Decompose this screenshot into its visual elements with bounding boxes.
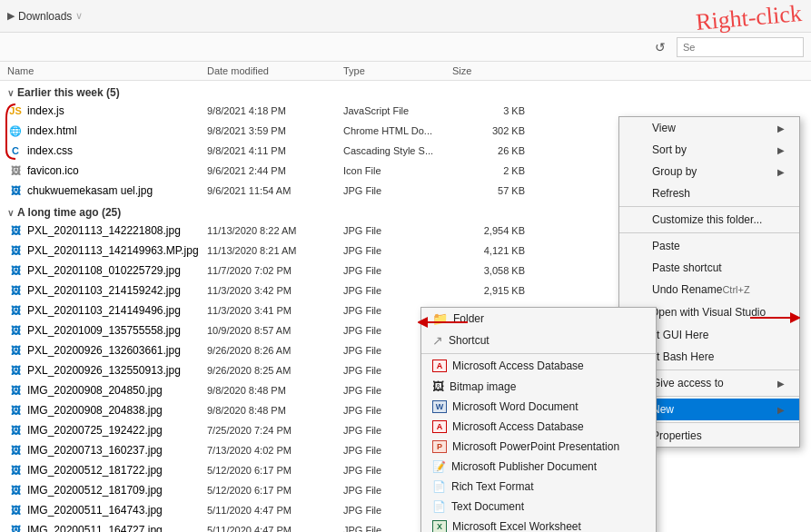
ctx-item[interactable]: Paste shortcut bbox=[619, 257, 799, 279]
file-name: index.html bbox=[27, 124, 77, 137]
ctx-item-row: Paste shortcut bbox=[634, 261, 722, 274]
sub-ctx-item[interactable]: 📄Rich Text Format bbox=[421, 477, 656, 497]
file-size: 4,121 KB bbox=[452, 245, 525, 256]
file-type: Cascading Style S... bbox=[343, 145, 452, 156]
file-name-cell: 🖼 IMG_20200511_164727.jpg bbox=[7, 522, 207, 532]
file-name: favicon.ico bbox=[27, 164, 79, 177]
sub-ctx-item[interactable]: 📁Folder bbox=[421, 308, 656, 330]
file-date: 9/8/2020 8:48 PM bbox=[207, 385, 343, 396]
file-icon: 🖼 bbox=[7, 322, 24, 339]
sub-ctx-item-label: Rich Text Format bbox=[451, 480, 533, 493]
ctx-item-label: Sort by bbox=[652, 143, 687, 156]
file-row[interactable]: 🖼 IMG_20200512_181722.jpg 5/12/2020 6:17… bbox=[0, 460, 811, 480]
file-name: PXL_20201108_010225729.jpg bbox=[27, 264, 181, 277]
excel-icon: X bbox=[432, 520, 447, 532]
file-size: 2,915 KB bbox=[452, 285, 525, 296]
file-name-cell: 🖼 PXL_20201108_010225729.jpg bbox=[7, 262, 207, 279]
submenu-arrow-icon: ▶ bbox=[777, 123, 785, 133]
ctx-item[interactable]: Refresh bbox=[619, 182, 799, 204]
sub-ctx-item-label: Microsoft Excel Worksheet bbox=[452, 520, 581, 532]
ctx-item[interactable]: Group by▶ bbox=[619, 161, 799, 182]
file-icon: 🖼 bbox=[7, 422, 24, 438]
file-name-cell: 🖼 PXL_20201103_214149496.jpg bbox=[7, 302, 207, 319]
shortcut-icon: ↗ bbox=[432, 333, 443, 348]
sub-ctx-item-label: Bitmap image bbox=[450, 380, 516, 393]
ctx-item-row: Sort by bbox=[634, 143, 687, 156]
file-type: JPG File bbox=[343, 285, 452, 296]
file-row[interactable]: 🖼 IMG_20200512_181709.jpg 5/12/2020 6:17… bbox=[0, 480, 811, 500]
sub-ctx-item[interactable]: AMicrosoft Access Database bbox=[421, 356, 656, 376]
sub-ctx-item[interactable]: AMicrosoft Access Database bbox=[421, 417, 656, 437]
ctx-separator bbox=[619, 232, 799, 233]
file-name-cell: 🖼 favicon.ico bbox=[7, 163, 207, 179]
sub-ctx-separator bbox=[421, 353, 656, 354]
ctx-item-label: Open with Visual Studio bbox=[650, 306, 766, 319]
ctx-item[interactable]: Sort by▶ bbox=[619, 139, 799, 161]
file-date: 10/9/2020 8:57 AM bbox=[207, 325, 343, 336]
ctx-item[interactable]: Customize this folder... bbox=[619, 209, 799, 231]
sub-ctx-item[interactable]: ↗Shortcut bbox=[421, 330, 656, 351]
column-headers: Name Date modified Type Size bbox=[0, 62, 811, 81]
file-icon: 🖼 bbox=[7, 163, 24, 179]
ctx-item[interactable]: Undo RenameCtrl+Z bbox=[619, 279, 799, 300]
sub-ctx-item[interactable]: PMicrosoft PowerPoint Presentation bbox=[421, 437, 656, 457]
ctx-shortcut: Ctrl+Z bbox=[722, 284, 749, 295]
sub-ctx-item[interactable]: 📝Microsoft Publisher Document bbox=[421, 457, 656, 477]
col-header-date[interactable]: Date modified bbox=[207, 65, 343, 76]
file-name-cell: 🖼 PXL_20201113_142149963.MP.jpg bbox=[7, 242, 207, 259]
sub-ctx-item-label: Shortcut bbox=[449, 334, 490, 347]
file-row[interactable]: 🖼 IMG_20200511_164743.jpg 5/11/2020 4:47… bbox=[0, 500, 811, 520]
file-explorer-window: Right-click ▶ Downloads ∨ ↺ Name Date mo… bbox=[0, 0, 811, 532]
file-name-cell: 🖼 IMG_20200512_181722.jpg bbox=[7, 462, 207, 478]
file-name: PXL_20201113_142149963.MP.jpg bbox=[27, 244, 199, 257]
file-icon: 🖼 bbox=[7, 222, 24, 239]
pub-icon: 📝 bbox=[432, 460, 446, 473]
file-row[interactable]: 🖼 IMG_20200511_164727.jpg 5/11/2020 4:47… bbox=[0, 520, 811, 532]
sub-ctx-item-label: Microsoft Publisher Document bbox=[451, 460, 597, 473]
file-date: 11/3/2020 3:41 PM bbox=[207, 305, 343, 316]
ctx-item-label: Group by bbox=[652, 165, 697, 178]
ctx-item-label: Give access to bbox=[652, 377, 724, 389]
file-icon: 🖼 bbox=[7, 362, 24, 379]
file-date: 11/13/2020 8:22 AM bbox=[207, 225, 343, 236]
file-date: 9/6/2021 11:54 AM bbox=[207, 185, 343, 196]
file-name-cell: 🖼 IMG_20200511_164743.jpg bbox=[7, 502, 207, 518]
file-icon: 🖼 bbox=[7, 462, 24, 478]
sub-ctx-item-label: Folder bbox=[453, 312, 484, 325]
file-name: index.js bbox=[27, 104, 64, 117]
sub-ctx-item-label: Microsoft Access Database bbox=[452, 420, 584, 433]
file-date: 11/7/2020 7:02 PM bbox=[207, 265, 343, 276]
file-name: IMG_20200511_164743.jpg bbox=[27, 504, 163, 517]
ctx-item-label: Paste shortcut bbox=[652, 261, 722, 274]
sub-ctx-item[interactable]: XMicrosoft Excel Worksheet bbox=[421, 517, 656, 532]
col-header-size[interactable]: Size bbox=[452, 65, 525, 76]
file-name: IMG_20200908_204838.jpg bbox=[27, 404, 163, 417]
file-date: 9/26/2020 8:26 AM bbox=[207, 345, 343, 356]
file-date: 5/11/2020 4:47 PM bbox=[207, 505, 343, 516]
file-date: 7/13/2020 4:02 PM bbox=[207, 445, 343, 456]
file-icon: 🌐 bbox=[7, 123, 24, 139]
ctx-item[interactable]: View▶ bbox=[619, 117, 799, 139]
sub-ctx-item[interactable]: 🖼Bitmap image bbox=[421, 376, 656, 397]
submenu-arrow-icon: ▶ bbox=[777, 405, 785, 415]
file-date: 9/8/2021 4:18 PM bbox=[207, 105, 343, 116]
file-name-cell: 🖼 PXL_20200926_132550913.jpg bbox=[7, 362, 207, 379]
refresh-button[interactable]: ↺ bbox=[648, 36, 673, 58]
ctx-item[interactable]: Paste bbox=[619, 235, 799, 257]
ctx-item-label: Paste bbox=[652, 240, 680, 252]
sub-ctx-item-label: Microsoft PowerPoint Presentation bbox=[452, 440, 619, 453]
search-input[interactable] bbox=[677, 37, 804, 57]
word-icon: W bbox=[432, 400, 447, 413]
file-name-cell: 🖼 IMG_20200725_192422.jpg bbox=[7, 422, 207, 438]
file-name-cell: 🖼 PXL_20201009_135755558.jpg bbox=[7, 322, 207, 339]
col-header-type[interactable]: Type bbox=[343, 65, 452, 76]
file-name-cell: 🖼 IMG_20200908_204838.jpg bbox=[7, 402, 207, 419]
file-icon: 🖼 bbox=[7, 342, 24, 359]
group-header-0[interactable]: ∨ Earlier this week (5) bbox=[0, 81, 811, 101]
submenu-arrow-icon: ▶ bbox=[777, 379, 785, 389]
file-size: 2 KB bbox=[452, 165, 525, 176]
sub-ctx-item[interactable]: WMicrosoft Word Document bbox=[421, 397, 656, 417]
col-header-name[interactable]: Name bbox=[7, 65, 207, 76]
sub-ctx-item[interactable]: 📄Text Document bbox=[421, 497, 656, 517]
ctx-item-row: Group by bbox=[634, 165, 697, 178]
